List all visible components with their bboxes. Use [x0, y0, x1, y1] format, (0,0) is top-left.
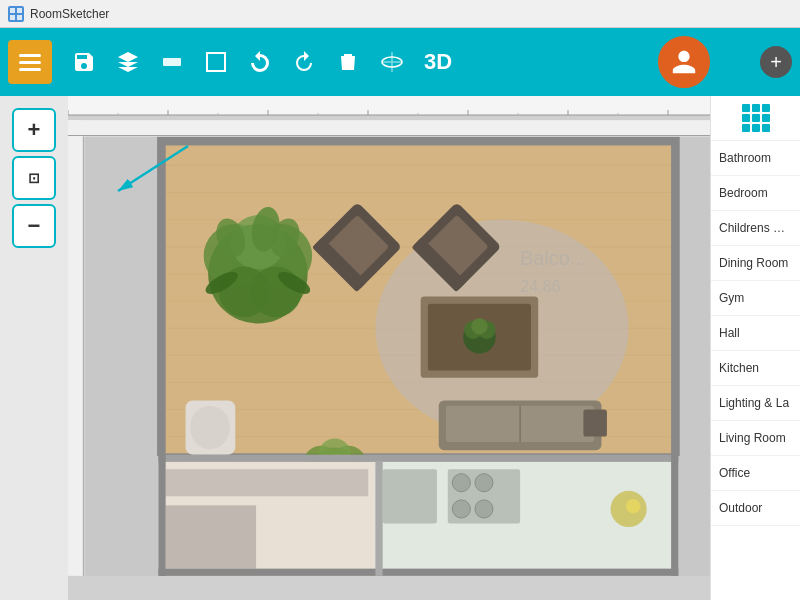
sidebar-item-gym[interactable]: Gym: [711, 281, 800, 316]
zoom-in-button[interactable]: +: [12, 108, 56, 152]
svg-point-69: [251, 267, 302, 318]
app-icon: [8, 6, 24, 22]
svg-rect-95: [158, 569, 678, 576]
user-icon: [670, 48, 698, 76]
svg-rect-59: [583, 409, 607, 436]
menu-button[interactable]: [8, 40, 52, 84]
app-title: RoomSketcher: [30, 7, 109, 21]
svg-rect-93: [158, 138, 678, 145]
avatar-button[interactable]: [658, 36, 710, 88]
sidebar-item-office[interactable]: Office: [711, 456, 800, 491]
room-button[interactable]: [196, 40, 236, 84]
wall-button[interactable]: [152, 40, 192, 84]
svg-point-61: [190, 406, 230, 449]
sidebar-item-living-room[interactable]: Living Room: [711, 421, 800, 456]
svg-rect-82: [166, 505, 256, 568]
svg-rect-3: [17, 15, 22, 20]
sidebar-item-lighting[interactable]: Lighting & La: [711, 386, 800, 421]
svg-rect-96: [375, 462, 382, 576]
sidebar-item-outdoor[interactable]: Outdoor: [711, 491, 800, 526]
sidebar-header: [711, 96, 800, 141]
zoom-controls: + ⊡ −: [0, 96, 68, 260]
sidebar-item-bathroom[interactable]: Bathroom: [711, 141, 800, 176]
undo-button[interactable]: [240, 40, 280, 84]
redo-button[interactable]: [284, 40, 324, 84]
add-button[interactable]: +: [760, 46, 792, 78]
svg-point-91: [626, 499, 640, 513]
svg-point-87: [475, 474, 493, 492]
fit-screen-button[interactable]: ⊡: [12, 156, 56, 200]
svg-point-55: [471, 318, 487, 334]
svg-rect-84: [383, 469, 437, 523]
sidebar-item-kitchen[interactable]: Kitchen: [711, 351, 800, 386]
svg-rect-81: [166, 469, 369, 496]
main-area: + ⊡ −: [0, 96, 800, 600]
save-button[interactable]: [64, 40, 104, 84]
svg-rect-2: [10, 15, 15, 20]
svg-point-89: [475, 500, 493, 518]
svg-rect-4: [163, 58, 181, 66]
svg-point-88: [452, 500, 470, 518]
titlebar: RoomSketcher: [0, 0, 800, 28]
ruler-top: [68, 96, 710, 116]
canvas-area[interactable]: Balco... 24.86: [68, 96, 710, 600]
3d-button[interactable]: 3D: [416, 45, 460, 79]
floorplan-svg[interactable]: Balco... 24.86: [68, 96, 710, 600]
svg-rect-24: [68, 120, 84, 576]
layers-button[interactable]: [108, 40, 148, 84]
sidebar: Bathroom Bedroom Childrens Roo Dining Ro…: [710, 96, 800, 600]
svg-rect-94: [671, 138, 678, 576]
zoom-out-button[interactable]: −: [12, 204, 56, 248]
view360-button[interactable]: [372, 40, 412, 84]
svg-point-86: [452, 474, 470, 492]
sidebar-item-hall[interactable]: Hall: [711, 316, 800, 351]
sidebar-item-dining-room[interactable]: Dining Room: [711, 246, 800, 281]
delete-button[interactable]: [328, 40, 368, 84]
svg-rect-5: [207, 53, 225, 71]
grid-view-icon[interactable]: [742, 104, 770, 132]
svg-rect-79: [158, 455, 678, 462]
svg-rect-0: [10, 8, 15, 13]
svg-rect-92: [158, 138, 165, 576]
sidebar-item-childrens-room[interactable]: Childrens Roo: [711, 211, 800, 246]
svg-rect-1: [17, 8, 22, 13]
sidebar-item-bedroom[interactable]: Bedroom: [711, 176, 800, 211]
svg-rect-26: [68, 120, 710, 136]
hamburger-icon: [19, 54, 41, 71]
toolbar: 3D +: [0, 28, 800, 96]
